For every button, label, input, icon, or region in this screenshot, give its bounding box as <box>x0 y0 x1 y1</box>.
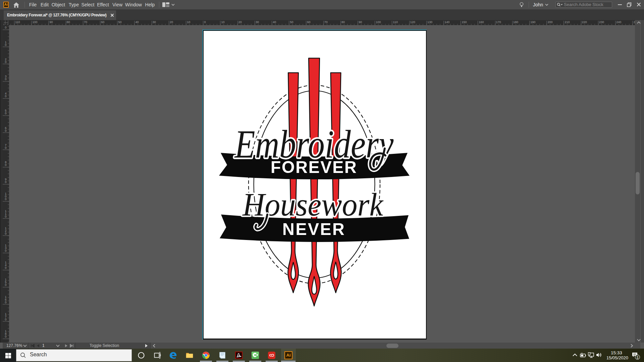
svg-text:Housework: Housework <box>242 187 384 223</box>
